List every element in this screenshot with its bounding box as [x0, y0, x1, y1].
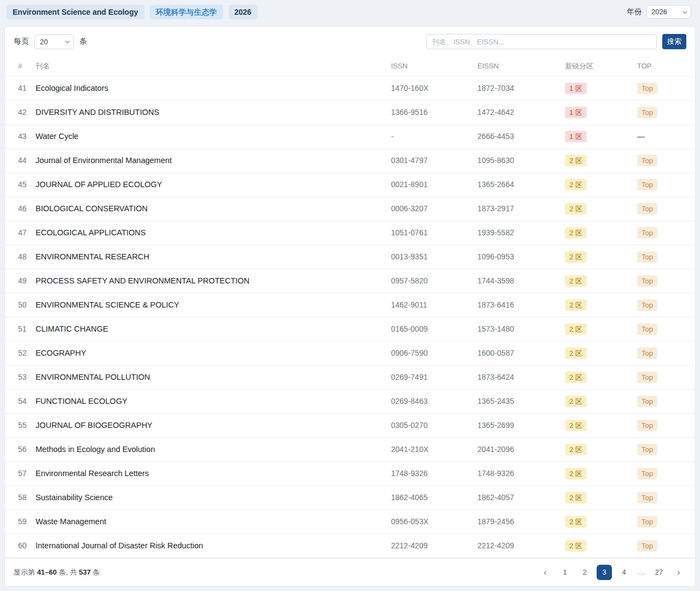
journal-name: CLIMATIC CHANGE	[36, 317, 391, 341]
journal-eissn: 1744-3598	[477, 269, 565, 293]
zone-badge: 1 区	[565, 131, 587, 142]
journal-issn: 0301-4797	[391, 148, 477, 172]
row-index: 50	[5, 293, 36, 317]
top-badge: Top	[637, 396, 657, 407]
journal-issn: 0906-7590	[391, 341, 477, 365]
results-summary: 显示第 41–60 条, 共 537 条	[14, 567, 100, 577]
table-row[interactable]: 50 ENVIRONMENTAL SCIENCE & POLICY 1462-9…	[5, 293, 695, 317]
row-index: 41	[5, 76, 36, 100]
journal-eissn: 1862-4057	[477, 485, 565, 509]
table-row[interactable]: 55 JOURNAL OF BIOGEOGRAPHY 0305-0270 136…	[5, 413, 695, 437]
journal-name: JOURNAL OF APPLIED ECOLOGY	[36, 172, 391, 196]
table-row[interactable]: 57 Environmental Research Letters 1748-9…	[5, 461, 695, 485]
journal-issn: 0956-053X	[391, 509, 477, 534]
journal-eissn: 1096-0953	[477, 245, 565, 269]
journal-name: ENVIRONMENTAL RESEARCH	[36, 245, 391, 269]
table-row[interactable]: 43 Water Cycle - 2666-4453 1 区 —	[5, 124, 695, 148]
table-row[interactable]: 41 Ecological Indicators 1470-160X 1872-…	[5, 76, 695, 100]
row-index: 52	[5, 341, 36, 365]
pagination-page-3[interactable]: 3	[597, 565, 612, 580]
zone-badge: 2 区	[565, 347, 587, 359]
table-row[interactable]: 49 PROCESS SAFETY AND ENVIRONMENTAL PROT…	[5, 269, 695, 293]
table-row[interactable]: 44 Journal of Environmental Management 0…	[5, 148, 695, 172]
journal-name: PROCESS SAFETY AND ENVIRONMENTAL PROTECT…	[36, 269, 391, 293]
zone-badge: 2 区	[565, 203, 587, 215]
pagination-page-27[interactable]: 27	[651, 565, 667, 580]
table-row[interactable]: 45 JOURNAL OF APPLIED ECOLOGY 0021-8901 …	[5, 172, 695, 196]
journal-name: Sustainability Science	[36, 485, 391, 509]
table-row[interactable]: 47 ECOLOGICAL APPLICATIONS 1051-0761 193…	[5, 221, 695, 245]
per-page-select[interactable]: 20	[34, 34, 74, 49]
top-badge: Top	[637, 372, 657, 383]
table-row[interactable]: 42 DIVERSITY AND DISTRIBUTIONS 1366-9516…	[5, 100, 695, 124]
search-input[interactable]	[426, 34, 657, 49]
journal-name: Water Cycle	[36, 124, 391, 148]
row-index: 43	[5, 124, 36, 148]
journal-eissn: 1472-4642	[477, 100, 565, 124]
row-index: 48	[5, 245, 36, 269]
row-index: 51	[5, 317, 36, 341]
journal-name: International Journal of Disaster Risk R…	[36, 534, 391, 558]
zone-badge: 2 区	[565, 516, 587, 528]
table-row[interactable]: 56 Methods in Ecology and Evolution 2041…	[5, 437, 695, 461]
row-index: 45	[5, 172, 36, 196]
pagination-page-1[interactable]: 1	[557, 565, 573, 580]
table-row[interactable]: 53 ENVIRONMENTAL POLLUTION 0269-7491 187…	[5, 365, 695, 389]
journal-issn: 0006-3207	[391, 196, 477, 221]
year-filter: 年份 2026	[627, 5, 691, 19]
table-row[interactable]: 51 CLIMATIC CHANGE 0165-0009 1573-1480 2…	[5, 317, 695, 341]
category-tag-year[interactable]: 2026	[229, 5, 258, 19]
zone-badge: 2 区	[565, 179, 587, 190]
journal-table: # 刊名 ISSN EISSN 新锐分区 TOP 41 Ecological I…	[5, 56, 695, 558]
results-total: 537	[79, 568, 91, 576]
search-button[interactable]: 搜索	[662, 34, 686, 49]
table-row[interactable]: 59 Waste Management 0956-053X 1879-2456 …	[5, 509, 695, 534]
journal-name: Journal of Environmental Management	[36, 148, 391, 172]
journal-issn: 0305-0270	[391, 413, 477, 437]
zone-badge: 2 区	[565, 396, 587, 407]
pagination-page-4[interactable]: 4	[616, 565, 632, 580]
row-index: 42	[5, 100, 36, 124]
top-badge: Top	[637, 516, 657, 528]
category-tag-chinese[interactable]: 环境科学与生态学	[150, 5, 223, 19]
top-badge: Top	[637, 107, 657, 118]
zone-badge: 2 区	[565, 275, 587, 287]
journal-eissn: 1872-7034	[477, 76, 565, 100]
journal-eissn: 1879-2456	[477, 509, 565, 534]
table-row[interactable]: 46 BIOLOGICAL CONSERVATION 0006-3207 187…	[5, 196, 695, 221]
journal-table-body: 41 Ecological Indicators 1470-160X 1872-…	[5, 76, 695, 558]
journal-name: Environmental Research Letters	[36, 461, 391, 485]
journal-eissn: 1095-8630	[477, 148, 565, 172]
top-badge: Top	[637, 444, 657, 455]
journal-name: ECOGRAPHY	[36, 341, 391, 365]
table-row[interactable]: 48 ENVIRONMENTAL RESEARCH 0013-9351 1096…	[5, 245, 695, 269]
col-header-index: #	[5, 56, 36, 76]
col-header-top: TOP	[637, 56, 695, 76]
pagination-next-icon[interactable]: ›	[671, 565, 686, 580]
pagination-page-2[interactable]: 2	[577, 565, 592, 580]
col-header-eissn: EISSN	[477, 56, 565, 76]
top-badge: Top	[637, 299, 657, 311]
journal-issn: 0013-9351	[391, 245, 477, 269]
zone-badge: 2 区	[565, 299, 587, 311]
journal-name: BIOLOGICAL CONSERVATION	[36, 196, 391, 221]
top-badge: Top	[637, 179, 657, 190]
journal-name: ECOLOGICAL APPLICATIONS	[36, 221, 391, 245]
top-badge: Top	[637, 420, 657, 431]
table-row[interactable]: 60 International Journal of Disaster Ris…	[5, 534, 695, 558]
table-toolbar: 每页 20 条 搜索	[5, 27, 695, 56]
category-tag-english[interactable]: Environment Science and Ecology	[7, 5, 144, 19]
zone-badge: 2 区	[565, 155, 587, 166]
top-badge: Top	[637, 251, 657, 263]
pagination-ellipsis: …	[636, 568, 647, 576]
journal-issn: 0269-8463	[391, 389, 477, 413]
year-select[interactable]: 2026	[646, 5, 691, 19]
pagination-prev-icon[interactable]: ‹	[538, 565, 553, 580]
col-header-journal-name: 刊名	[36, 56, 391, 76]
table-row[interactable]: 58 Sustainability Science 1862-4065 1862…	[5, 485, 695, 509]
table-row[interactable]: 52 ECOGRAPHY 0906-7590 1600-0587 2 区 Top	[5, 341, 695, 365]
table-row[interactable]: 54 FUNCTIONAL ECOLOGY 0269-8463 1365-243…	[5, 389, 695, 413]
top-badge: Top	[637, 275, 657, 287]
category-tags: Environment Science and Ecology 环境科学与生态学…	[7, 5, 258, 19]
journal-name: Ecological Indicators	[36, 76, 391, 100]
